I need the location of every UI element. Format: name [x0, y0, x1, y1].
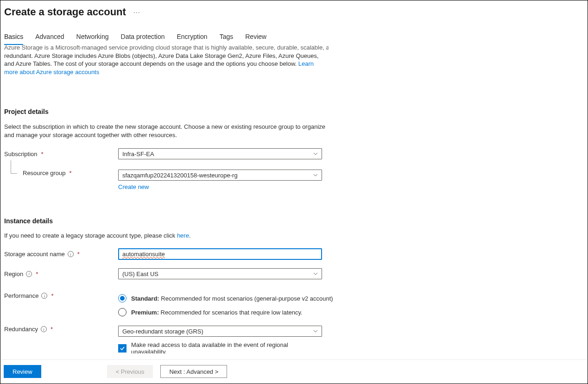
instance-details-heading: Instance details — [4, 217, 584, 225]
legacy-account-text: If you need to create a legacy storage a… — [4, 232, 584, 239]
previous-button: < Previous — [107, 365, 153, 378]
region-label: Region i * — [4, 271, 118, 277]
performance-standard-radio[interactable]: Standard: Recommended for most scenarios… — [118, 294, 333, 302]
info-icon[interactable]: i — [68, 251, 74, 257]
chevron-down-icon — [313, 329, 318, 334]
project-details-heading: Project details — [4, 108, 584, 115]
resource-group-label: Resource group* — [4, 170, 118, 176]
info-icon[interactable]: i — [41, 326, 47, 332]
project-details-desc: Select the subscription in which to crea… — [4, 123, 326, 139]
chevron-down-icon — [313, 151, 318, 156]
checkmark-icon — [118, 344, 126, 353]
performance-label: Performance i * — [4, 292, 118, 299]
info-icon[interactable]: i — [26, 271, 32, 277]
next-button[interactable]: Next : Advanced > — [160, 365, 227, 378]
page-title: Create a storage account — [4, 6, 126, 18]
info-icon[interactable]: i — [41, 293, 47, 299]
intro-text: Azure Storage is a Microsoft-managed ser… — [4, 44, 329, 76]
subscription-dropdown[interactable]: Infra-SF-EA — [118, 148, 322, 159]
storage-account-name-input[interactable]: automationsuite — [118, 248, 322, 260]
subscription-label: Subscription* — [4, 151, 118, 157]
performance-premium-radio[interactable]: Premium: Recommended for scenarios that … — [118, 308, 333, 316]
chevron-down-icon — [313, 271, 318, 276]
chevron-down-icon — [313, 173, 318, 177]
read-access-label: Make read access to data available in th… — [131, 341, 322, 353]
create-new-link[interactable]: Create new — [118, 183, 149, 190]
redundancy-label: Redundancy i * — [4, 326, 118, 333]
region-dropdown[interactable]: (US) East US — [118, 268, 322, 279]
redundancy-dropdown[interactable]: Geo-redundant storage (GRS) — [118, 326, 322, 337]
more-icon[interactable]: ··· — [133, 8, 140, 16]
content-area: Azure Storage is a Microsoft-managed ser… — [0, 43, 588, 353]
storage-account-name-label: Storage account name i * — [4, 251, 118, 258]
review-button[interactable]: Review — [4, 365, 41, 378]
footer-bar: Review < Previous Next : Advanced > — [1, 359, 587, 383]
read-access-checkbox[interactable]: Make read access to data available in th… — [118, 341, 322, 353]
legacy-here-link[interactable]: here — [177, 232, 189, 239]
resource-group-dropdown[interactable]: sfazqamfup2022413200158-westeurope-rg — [118, 170, 322, 181]
